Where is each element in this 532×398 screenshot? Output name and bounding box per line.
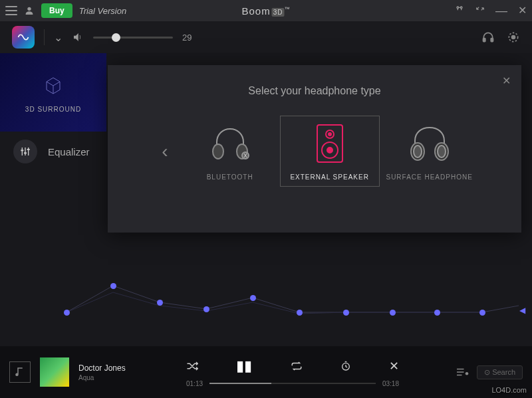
collapse-icon[interactable] [475, 4, 485, 18]
time-duration: 03:18 [382, 380, 399, 387]
eq-point[interactable] [250, 295, 256, 301]
search-input[interactable]: ⊙ Search [477, 365, 523, 379]
svg-rect-27 [457, 371, 464, 373]
watermark: LO4D.com [491, 386, 527, 394]
headphones-icon[interactable] [481, 31, 495, 44]
eq-point[interactable] [479, 310, 485, 316]
timer-icon[interactable] [340, 361, 351, 371]
surface-headphone-icon [406, 122, 453, 165]
equalizer-row: Equalizer [0, 140, 103, 163]
equalizer-label: Equalizer [48, 146, 90, 157]
prev-arrow-icon[interactable]: ‹ [150, 141, 180, 162]
svg-rect-10 [21, 149, 23, 151]
svg-point-18 [329, 133, 331, 136]
svg-rect-28 [457, 375, 462, 376]
playlist-icon[interactable] [457, 367, 469, 377]
buy-button[interactable]: Buy [41, 3, 72, 18]
svg-point-20 [327, 148, 332, 153]
trial-version-label: Trial Version [79, 6, 127, 16]
eq-marker-icon[interactable]: ◀ [519, 306, 525, 315]
volume-slider[interactable] [93, 37, 173, 39]
eq-point[interactable] [110, 283, 116, 289]
track-info: Doctor Jones Aqua [78, 363, 145, 381]
user-icon[interactable] [24, 5, 35, 16]
titlebar: Buy Trial Version Boom3D™ — ✕ [0, 0, 532, 21]
svg-point-0 [27, 7, 31, 11]
svg-point-23 [414, 146, 422, 157]
eq-point[interactable] [297, 310, 303, 316]
share-icon[interactable] [454, 4, 465, 18]
headphone-option-label: BLUETOOTH [207, 173, 253, 181]
track-title: Doctor Jones [78, 363, 145, 373]
eq-point[interactable] [434, 310, 440, 316]
equalizer-icon[interactable] [13, 140, 37, 163]
volume-icon[interactable] [72, 31, 84, 43]
minimize-icon[interactable]: — [495, 4, 507, 18]
svg-point-2 [460, 7, 462, 9]
equalizer-graph[interactable]: ◀ [0, 246, 532, 339]
eq-point[interactable] [343, 310, 349, 316]
dialog-title: Select your headphone type [122, 85, 507, 97]
menu-hamburger-icon[interactable] [5, 6, 17, 15]
power-icon[interactable] [507, 31, 520, 44]
track-artist: Aqua [78, 374, 145, 381]
eq-point[interactable] [64, 310, 70, 316]
titlebar-left: Buy Trial Version [5, 3, 126, 18]
divider [44, 29, 45, 45]
eq-curve [0, 246, 532, 339]
svg-point-29 [466, 372, 469, 375]
progress-row: 01:13 03:18 [186, 380, 399, 387]
bluetooth-headphone-icon [207, 122, 253, 165]
svg-rect-12 [27, 149, 30, 150]
shuffle-icon[interactable] [186, 361, 198, 371]
repeat-icon[interactable] [291, 361, 303, 371]
speaker-icon [313, 122, 346, 165]
player-controls: ▮▮ ✕ [186, 357, 399, 375]
close-window-icon[interactable]: ✕ [518, 4, 527, 18]
close-player-icon[interactable]: ✕ [389, 359, 399, 373]
progress-bar[interactable] [209, 383, 376, 384]
player-center: ▮▮ ✕ 01:13 03:18 [186, 357, 399, 387]
surround-panel[interactable]: 3D SURROUND [0, 53, 106, 132]
svg-rect-3 [483, 39, 485, 42]
main-content: 3D SURROUND Equalizer ✕ Select your head… [0, 53, 532, 346]
volume-slider-thumb[interactable] [112, 33, 120, 42]
window-controls: — ✕ [454, 4, 527, 18]
player-right: ⊙ Search [457, 365, 523, 379]
toolbar-right [481, 31, 520, 44]
headphone-option-label: EXTERNAL SPEAKER [290, 173, 368, 181]
player-bar: Doctor Jones Aqua ▮▮ ✕ 01:13 03:18 ⊙ Sea… [0, 346, 532, 398]
pause-button[interactable]: ▮▮ [236, 357, 252, 375]
player-source-icon[interactable] [9, 361, 31, 383]
chevron-down-icon[interactable]: ⌄ [54, 31, 63, 44]
svg-point-24 [438, 146, 446, 157]
svg-rect-4 [491, 39, 493, 42]
dialog-close-icon[interactable]: ✕ [502, 74, 511, 87]
eq-point[interactable] [203, 306, 209, 312]
svg-rect-7 [22, 148, 23, 155]
headphone-option-surface[interactable]: SURFACE HEADPHONE [380, 116, 479, 186]
svg-rect-8 [25, 148, 25, 155]
app-logo-icon[interactable] [12, 26, 35, 49]
cube-icon [40, 72, 66, 99]
svg-point-13 [213, 144, 223, 159]
headphone-option-bluetooth[interactable]: BLUETOOTH [180, 116, 280, 186]
svg-point-1 [457, 7, 459, 9]
volume-value: 29 [182, 33, 192, 43]
toolbar: ⌄ 29 [0, 21, 532, 53]
dialog-body: ‹ BLUETOOTH EXTERNAL SPEAKER SURFACE HEA… [122, 116, 507, 187]
svg-rect-11 [24, 152, 27, 153]
svg-rect-9 [28, 148, 29, 155]
svg-point-6 [512, 36, 515, 39]
headphone-option-external-speaker[interactable]: EXTERNAL SPEAKER [280, 116, 380, 187]
eq-point[interactable] [157, 300, 163, 306]
surround-label: 3D SURROUND [25, 106, 81, 113]
eq-point[interactable] [390, 310, 396, 316]
album-art[interactable] [40, 357, 69, 387]
app-title: Boom3D™ [242, 5, 291, 17]
time-elapsed: 01:13 [186, 380, 203, 387]
progress-fill [209, 383, 271, 384]
headphone-dialog: ✕ Select your headphone type ‹ BLUETOOTH… [108, 65, 521, 233]
headphone-option-label: SURFACE HEADPHONE [386, 173, 472, 181]
svg-rect-26 [457, 369, 464, 370]
